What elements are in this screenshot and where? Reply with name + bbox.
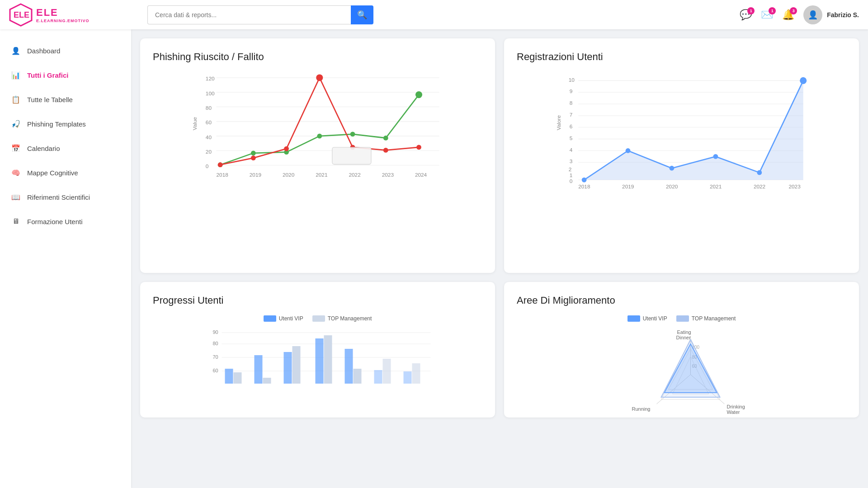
aree-legend-mgmt: TOP Management: [676, 315, 736, 322]
svg-rect-93: [404, 371, 412, 384]
svg-text:2023: 2023: [382, 172, 394, 178]
chat-notification-button[interactable]: 💬 1: [740, 9, 752, 21]
svg-rect-81: [225, 369, 233, 384]
registrazioni-chart-area: 10 9 8 7 6 5 4 3 2 1 0 Valore: [517, 72, 846, 198]
search-input[interactable]: [147, 5, 351, 24]
svg-point-33: [284, 146, 289, 151]
search-icon: 🔍: [357, 10, 367, 20]
mail-notification-button[interactable]: ✉️ 1: [761, 9, 773, 21]
svg-text:60: 60: [206, 119, 212, 126]
svg-text:2022: 2022: [754, 183, 765, 190]
phishing-chart-card: Phishing Riuscito / Fallito 120 100 80 6…: [140, 38, 495, 273]
sidebar-item-tutte-tabelle[interactable]: 📋 Tutte le Tabelle: [0, 87, 131, 112]
sidebar-label-calendario: Calendario: [27, 145, 60, 152]
sidebar-item-calendario[interactable]: 📅 Calendario: [0, 136, 131, 160]
svg-point-68: [626, 148, 631, 153]
svg-text:2021: 2021: [710, 183, 722, 190]
svg-rect-87: [316, 338, 324, 384]
sidebar-item-dashboard[interactable]: 👤 Dashboard: [0, 38, 131, 63]
svg-rect-82: [234, 372, 242, 384]
svg-text:Valore: Valore: [556, 115, 562, 130]
aree-chart-title: Aree Di Miglioramento: [517, 295, 846, 306]
svg-text:100: 100: [206, 90, 215, 97]
svg-rect-88: [324, 335, 332, 384]
progressi-chart-card: Progressi Utenti Utenti VIP TOP Manageme…: [140, 282, 495, 418]
search-button[interactable]: 🔍: [351, 5, 373, 24]
registrazioni-chart-title: Registrazioni Utenti: [517, 51, 846, 63]
svg-text:4: 4: [570, 147, 573, 153]
bell-notification-button[interactable]: 🔔 3: [782, 9, 794, 21]
legend-vip-color: [264, 315, 276, 322]
aree-legend: Utenti VIP TOP Management: [517, 315, 846, 322]
svg-text:Running: Running: [632, 406, 651, 412]
svg-text:80: 80: [206, 105, 212, 111]
svg-rect-38: [332, 147, 371, 164]
user-name-label: Fabrizio S.: [827, 11, 859, 19]
svg-point-70: [713, 154, 718, 159]
svg-text:Value: Value: [192, 117, 198, 130]
svg-point-71: [757, 170, 762, 175]
svg-text:60: 60: [213, 368, 218, 373]
sidebar-label-tutte-tabelle: Tutte le Tabelle: [27, 96, 73, 103]
registrazioni-chart-svg: 10 9 8 7 6 5 4 3 2 1 0 Valore: [517, 72, 846, 198]
svg-text:1: 1: [570, 172, 573, 178]
registrazioni-chart-card: Registrazioni Utenti 10 9 8 7 6 5 4 3 2 …: [504, 38, 859, 273]
svg-text:2022: 2022: [349, 172, 360, 178]
svg-text:70: 70: [213, 354, 218, 360]
phishing-chart-area: 120 100 80 60 40 20 0 Value: [153, 72, 482, 198]
legend-mgmt-label: TOP Management: [328, 315, 372, 322]
svg-text:2020: 2020: [283, 172, 295, 178]
svg-point-36: [383, 148, 388, 153]
sidebar: 👤 Dashboard 📊 Tutti i Grafici 📋 Tutte le…: [0, 29, 131, 488]
svg-text:2024: 2024: [415, 172, 427, 178]
svg-text:10: 10: [569, 77, 575, 83]
sidebar-item-phishing-templates[interactable]: 🎣 Phishing Templates: [0, 112, 131, 136]
svg-rect-92: [383, 359, 391, 384]
bell-badge: 3: [790, 7, 797, 14]
svg-marker-66: [584, 80, 803, 180]
svg-text:20: 20: [206, 149, 212, 155]
svg-rect-94: [412, 363, 420, 384]
avatar: 👤: [803, 5, 822, 24]
svg-text:6: 6: [570, 123, 573, 130]
legend-vip-label: Utenti VIP: [279, 315, 303, 322]
svg-text:0: 0: [570, 178, 573, 184]
sidebar-label-phishing-templates: Phishing Templates: [27, 120, 86, 128]
svg-point-37: [416, 145, 421, 150]
sidebar-label-tutti-grafici: Tutti i Grafici: [27, 71, 68, 79]
svg-rect-91: [374, 370, 382, 384]
logo-subtext: E.LEARNING.EMOTIVO: [36, 19, 90, 23]
svg-text:9: 9: [570, 88, 573, 94]
aree-legend-mgmt-label: TOP Management: [692, 315, 736, 322]
search-area: 🔍: [147, 5, 373, 24]
sidebar-item-formazione-utenti[interactable]: 🖥 Formazione Utenti: [0, 209, 131, 234]
svg-text:2019: 2019: [250, 172, 262, 178]
sidebar-item-riferimenti-scientifici[interactable]: 📖 Riferimenti Scientifici: [0, 185, 131, 209]
svg-point-67: [582, 178, 587, 183]
chat-badge: 1: [747, 7, 755, 14]
sidebar-item-mappe-cognitive[interactable]: 🧠 Mappe Cognitive: [0, 160, 131, 185]
svg-point-31: [218, 162, 223, 167]
svg-text:ELE: ELE: [14, 10, 29, 19]
svg-rect-89: [345, 349, 353, 384]
legend-mgmt: TOP Management: [312, 315, 372, 322]
legend-mgmt-color: [312, 315, 325, 322]
content-area: Phishing Riuscito / Fallito 120 100 80 6…: [131, 29, 868, 488]
topbar: ELE ELE E.LEARNING.EMOTIVO 🔍 💬 1 ✉️ 1 🔔 …: [0, 0, 868, 29]
grafici-icon: 📊: [11, 70, 21, 80]
svg-text:120: 120: [206, 75, 215, 82]
svg-rect-86: [292, 346, 301, 384]
svg-text:5: 5: [570, 135, 573, 141]
phishing-chart-title: Phishing Riuscito / Fallito: [153, 51, 482, 63]
aree-legend-vip: Utenti VIP: [627, 315, 667, 322]
logo-area: ELE ELE E.LEARNING.EMOTIVO: [9, 3, 140, 27]
user-area[interactable]: 👤 Fabrizio S.: [803, 5, 859, 24]
aree-legend-mgmt-color: [676, 315, 689, 322]
svg-text:2018: 2018: [217, 172, 229, 178]
svg-rect-84: [263, 378, 271, 384]
svg-text:Dinner: Dinner: [676, 335, 691, 340]
sidebar-item-tutti-grafici[interactable]: 📊 Tutti i Grafici: [0, 63, 131, 87]
svg-text:2020: 2020: [666, 183, 678, 190]
svg-text:Drinking: Drinking: [727, 404, 745, 409]
svg-text:2023: 2023: [788, 183, 801, 190]
